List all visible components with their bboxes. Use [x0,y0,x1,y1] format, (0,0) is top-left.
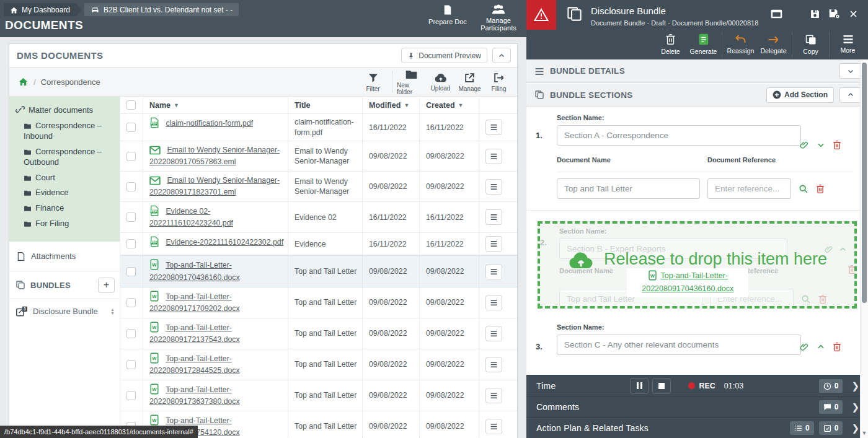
bundle-details-bar[interactable]: BUNDLE DETAILS [526,59,868,83]
action-plan-bar[interactable]: Action Plan & Related Tasks 0 0 ❯ [526,417,868,438]
row-menu-button[interactable] [485,264,502,279]
expand-comments-icon[interactable]: ❯ [851,401,859,413]
section-name-input[interactable] [557,125,801,146]
delegate-button[interactable]: Delegate [757,35,790,55]
time-bar[interactable]: Time REC 01:03 0 ❯ [526,375,868,396]
row-menu-button[interactable] [485,179,502,195]
attach-icon[interactable] [799,139,809,150]
row-checkbox[interactable] [126,123,136,132]
upload-button[interactable]: Upload [426,72,455,92]
row-menu-button[interactable] [485,357,502,372]
add-bundle-button[interactable]: + [98,278,115,293]
column-header-title[interactable]: Title [288,97,362,113]
document-link[interactable]: Evidence-20221116102422302.pdf [166,238,283,247]
row-menu-button[interactable] [485,295,502,310]
new-folder-button[interactable]: New folder [397,69,426,95]
sidebar-folder-item[interactable]: Finance [16,201,115,216]
add-section-button[interactable]: Add Section [766,87,834,103]
comments-count-badge[interactable]: 0 [819,400,843,414]
scroll-down-arrow[interactable]: ▼ [861,430,868,436]
tasks-count-badge[interactable]: 0 [819,421,843,435]
comments-bar[interactable]: Comments 0 ❯ [526,396,868,417]
time-count-badge[interactable]: 0 [819,379,843,393]
document-name-label: Document Name [557,156,707,164]
row-menu-button[interactable] [485,419,502,434]
sidebar-folder-item[interactable]: Evidence [16,185,115,201]
row-menu-button[interactable] [485,388,502,403]
row-menu-button[interactable] [485,326,502,341]
sidebar-folder-item[interactable]: For Filing [16,216,115,232]
pause-button[interactable] [630,378,649,394]
document-link[interactable]: Email to Wendy Senior-Manager-2022080917… [149,176,280,196]
filing-button[interactable]: Filing [484,72,513,92]
breadcrumb-folder-label[interactable]: Correspondence [41,77,100,87]
word-file-icon: W [149,354,164,363]
manage-participants-button[interactable]: Manage Participants [474,2,523,32]
row-checkbox[interactable] [126,212,136,222]
sidebar-item-attachments[interactable]: Attachments [9,242,120,271]
delete-section-icon[interactable] [833,341,841,352]
row-checkbox[interactable] [126,360,136,369]
column-header-modified[interactable]: Modified▼ [362,97,419,113]
document-reference-input[interactable] [707,178,791,199]
row-menu-button[interactable] [485,120,502,135]
column-header-name[interactable]: Name▼ [143,97,288,113]
panel-scrollbar[interactable]: ▼ [860,59,868,438]
document-name-input[interactable] [557,178,700,199]
sidebar-folder-item[interactable]: Court [16,170,115,186]
drag-drop-zone[interactable]: 2. Section Name: Document Name [538,221,857,309]
collapse-panel-button[interactable] [492,48,511,63]
tab-my-dashboard[interactable]: My Dashboard [4,3,76,16]
row-menu-button[interactable] [485,236,502,252]
row-menu-button[interactable] [485,149,502,164]
delete-button[interactable]: Delete [654,33,687,55]
collapse-sections-button[interactable] [839,87,862,103]
delete-section-icon[interactable] [833,139,841,150]
chevron-down-icon[interactable] [817,139,825,150]
filter-button[interactable]: Filter [358,72,388,92]
row-checkbox[interactable] [126,329,136,338]
row-checkbox[interactable] [126,391,136,400]
row-menu-button[interactable] [485,209,502,225]
expand-action-plan-icon[interactable]: ❯ [851,423,859,434]
expand-time-icon[interactable]: ❯ [851,380,859,392]
close-icon[interactable] [849,7,858,19]
row-checkbox[interactable] [126,182,136,191]
sidebar-folder-item[interactable]: Correspondence – Inbound [16,118,115,144]
attach-icon[interactable] [799,341,809,352]
sidebar-folder-item[interactable]: Correspondence – Outbound [16,144,115,170]
scrollbar-thumb[interactable] [862,63,867,303]
expand-details-button[interactable] [839,63,862,79]
dock-window-icon[interactable] [771,7,782,19]
row-checkbox[interactable] [126,152,136,161]
select-all-checkbox[interactable] [126,100,136,110]
home-folder-icon[interactable] [18,77,29,87]
sidebar-item-matter-documents[interactable]: Matter documents [16,102,115,118]
document-link[interactable]: Email to Wendy Senior-Manager-2022080917… [149,146,280,166]
stop-button[interactable] [652,378,671,394]
action-plan-count-badge[interactable]: 0 [790,421,814,435]
copy-button[interactable]: Copy [794,34,827,55]
row-checkbox[interactable] [126,239,136,248]
section-name-input[interactable] [557,335,801,355]
save-icon[interactable] [810,7,820,19]
tab-matter[interactable]: B2B Client Ltd vs. Defendant not set - - [84,3,239,16]
column-header-created[interactable]: Created▼ [419,97,479,113]
sidebar-item-disclosure-bundle[interactable]: 3 Disclosure Bundle ▲▼ [9,299,120,324]
document-link[interactable]: claim-notification-form.pdf [166,119,253,128]
search-icon[interactable] [799,183,808,195]
row-checkbox[interactable] [126,298,136,307]
generate-button[interactable]: Generate [687,33,720,55]
delete-document-icon[interactable] [816,183,825,195]
save-and-close-icon[interactable] [828,7,841,19]
more-button[interactable]: More [831,35,864,54]
reassign-button[interactable]: Reassign [724,34,757,55]
section-name-label: Section Name: [557,323,801,331]
bundle-sections-bar[interactable]: BUNDLE SECTIONS Add Section [526,83,868,107]
row-checkbox[interactable] [126,267,136,276]
document-preview-button[interactable]: Document Preview [401,48,487,63]
sort-spinner[interactable]: ▲▼ [110,308,115,315]
chevron-up-icon[interactable] [817,341,825,352]
prepare-doc-button[interactable]: Prepare Doc [423,2,472,32]
manage-button[interactable]: Manage [455,72,484,92]
